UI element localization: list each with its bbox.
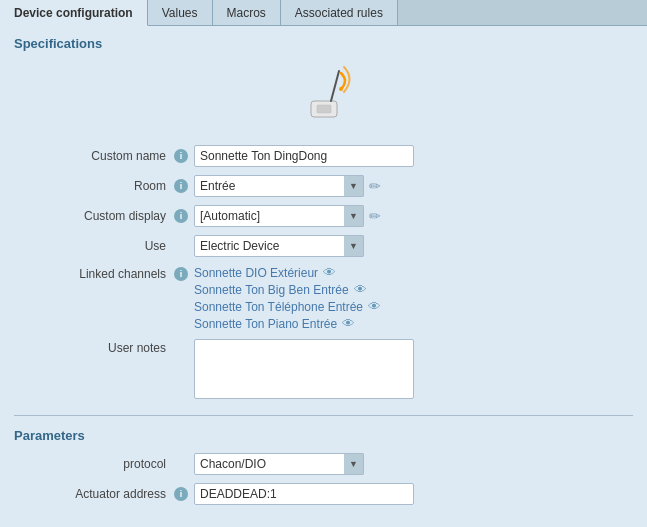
custom-display-control: i [Automatic] Custom ▼ ✏ — [174, 205, 633, 227]
room-select[interactable]: Entrée Salon Cuisine Chambre — [194, 175, 364, 197]
custom-name-info-icon[interactable]: i — [174, 149, 188, 163]
svg-line-2 — [331, 71, 339, 101]
user-notes-row: User notes — [14, 339, 633, 399]
svg-point-3 — [339, 87, 343, 91]
tab-values[interactable]: Values — [148, 0, 213, 25]
linked-channels-control: i Sonnette DIO Extérieur 👁 Sonnette Ton … — [174, 265, 633, 331]
protocol-select-wrap: Chacon/DIO Z-Wave RFXcom ▼ — [194, 453, 364, 475]
custom-display-select-wrap: [Automatic] Custom ▼ — [194, 205, 364, 227]
tab-associated-rules[interactable]: Associated rules — [281, 0, 398, 25]
room-select-wrap: Entrée Salon Cuisine Chambre ▼ — [194, 175, 364, 197]
custom-name-row: Custom name i — [14, 145, 633, 167]
main-content: Specifications Custom name i — [0, 26, 647, 527]
linked-channels-row: Linked channels i Sonnette DIO Extérieur… — [14, 265, 633, 331]
use-select-wrap: Electric Device Sensor Actuator ▼ — [194, 235, 364, 257]
actuator-address-row: Actuator address i — [14, 483, 633, 505]
parameters-title: Parameters — [14, 428, 633, 443]
custom-name-control: i — [174, 145, 633, 167]
tab-device-configuration[interactable]: Device configuration — [0, 0, 148, 26]
custom-display-row: Custom display i [Automatic] Custom ▼ ✏ — [14, 205, 633, 227]
device-icon — [289, 61, 359, 131]
linked-channels-info-icon[interactable]: i — [174, 267, 188, 281]
channel-4-name: Sonnette Ton Piano Entrée — [194, 317, 337, 331]
use-label: Use — [14, 239, 174, 253]
custom-name-label: Custom name — [14, 149, 174, 163]
room-label: Room — [14, 179, 174, 193]
svg-rect-1 — [317, 105, 331, 113]
custom-name-input[interactable] — [194, 145, 414, 167]
protocol-row: protocol Chacon/DIO Z-Wave RFXcom ▼ — [14, 453, 633, 475]
user-notes-control — [194, 339, 633, 399]
use-select[interactable]: Electric Device Sensor Actuator — [194, 235, 364, 257]
custom-display-label: Custom display — [14, 209, 174, 223]
tab-macros[interactable]: Macros — [213, 0, 281, 25]
actuator-address-label: Actuator address — [14, 487, 174, 501]
custom-display-edit-icon[interactable]: ✏ — [369, 208, 381, 224]
protocol-select[interactable]: Chacon/DIO Z-Wave RFXcom — [194, 453, 364, 475]
channel-3-eye-icon[interactable]: 👁 — [368, 299, 381, 314]
room-control: i Entrée Salon Cuisine Chambre ▼ ✏ — [174, 175, 633, 197]
user-notes-textarea[interactable] — [194, 339, 414, 399]
room-info-icon[interactable]: i — [174, 179, 188, 193]
protocol-label: protocol — [14, 457, 174, 471]
actuator-address-control: i — [174, 483, 633, 505]
device-icon-area — [14, 61, 633, 131]
specifications-section: Specifications Custom name i — [14, 36, 633, 399]
actuator-address-info-icon[interactable]: i — [174, 487, 188, 501]
channel-2-name: Sonnette Ton Big Ben Entrée — [194, 283, 349, 297]
linked-channel-item[interactable]: Sonnette DIO Extérieur 👁 — [194, 265, 381, 280]
channel-2-eye-icon[interactable]: 👁 — [354, 282, 367, 297]
linked-channel-item[interactable]: Sonnette Ton Big Ben Entrée 👁 — [194, 282, 381, 297]
user-notes-label: User notes — [14, 339, 174, 355]
channel-1-eye-icon[interactable]: 👁 — [323, 265, 336, 280]
tabs-bar: Device configuration Values Macros Assoc… — [0, 0, 647, 26]
linked-channel-item[interactable]: Sonnette Ton Téléphone Entrée 👁 — [194, 299, 381, 314]
channel-1-name: Sonnette DIO Extérieur — [194, 266, 318, 280]
specifications-title: Specifications — [14, 36, 633, 51]
channel-3-name: Sonnette Ton Téléphone Entrée — [194, 300, 363, 314]
use-control: Electric Device Sensor Actuator ▼ — [174, 235, 633, 257]
parameters-section: Parameters protocol Chacon/DIO Z-Wave RF… — [14, 415, 633, 505]
linked-channels-label: Linked channels — [14, 265, 174, 281]
linked-channel-item[interactable]: Sonnette Ton Piano Entrée 👁 — [194, 316, 381, 331]
custom-display-info-icon[interactable]: i — [174, 209, 188, 223]
channel-4-eye-icon[interactable]: 👁 — [342, 316, 355, 331]
room-edit-icon[interactable]: ✏ — [369, 178, 381, 194]
room-row: Room i Entrée Salon Cuisine Chambre ▼ ✏ — [14, 175, 633, 197]
protocol-control: Chacon/DIO Z-Wave RFXcom ▼ — [194, 453, 633, 475]
actuator-address-input[interactable] — [194, 483, 414, 505]
custom-display-select[interactable]: [Automatic] Custom — [194, 205, 364, 227]
use-row: Use Electric Device Sensor Actuator ▼ — [14, 235, 633, 257]
linked-channels-list: Sonnette DIO Extérieur 👁 Sonnette Ton Bi… — [194, 265, 381, 331]
